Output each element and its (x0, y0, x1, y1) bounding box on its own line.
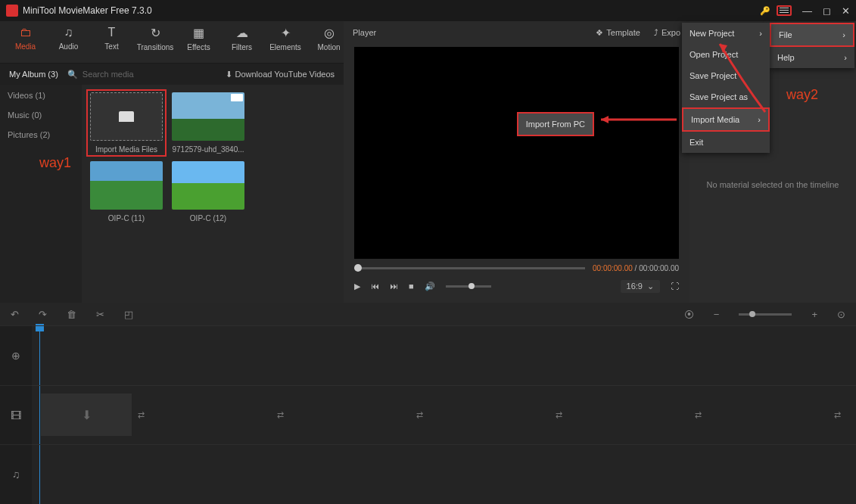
snap-button[interactable]: ⦿ (684, 309, 694, 320)
timeline-toolbar: ↶ ↷ 🗑 ✂ ◰ ⦿ − + ⊙ (0, 303, 856, 325)
timecode: 00:00:00.00 / 00:00:00.00 (593, 264, 679, 272)
redo-button[interactable]: ↷ (39, 309, 47, 320)
cut-button[interactable]: ✂ (96, 309, 104, 320)
video-track-icon: 🎞 (0, 385, 32, 445)
next-frame-button[interactable]: ⏭ (390, 282, 398, 291)
tab-text[interactable]: TText (97, 26, 126, 63)
menu-file[interactable]: File› (770, 23, 854, 47)
search-input[interactable]: 🔍Search media (67, 70, 216, 79)
sidebar-music[interactable]: Music (0) (8, 110, 74, 120)
add-track-button[interactable]: ⊕ (0, 325, 32, 385)
tab-transitions[interactable]: ↻Transitions (140, 26, 170, 63)
drop-media-slot[interactable]: ⬇ (41, 394, 132, 436)
menu-new-project[interactable]: New Project› (682, 23, 770, 44)
media-item-picture[interactable]: OIP-C (11) (89, 161, 163, 222)
effects-icon: ▦ (193, 26, 204, 40)
download-icon: ⬇ (226, 70, 232, 79)
volume-slider[interactable] (446, 285, 491, 288)
text-icon: T (108, 26, 116, 39)
zoom-slider[interactable] (739, 313, 792, 316)
annotation-highlight (86, 89, 167, 157)
media-item-video[interactable]: 9712579-uhd_3840... (171, 92, 245, 154)
tab-effects[interactable]: ▦Effects (184, 26, 213, 63)
maximize-button[interactable]: ◻ (823, 5, 831, 17)
audio-icon: ♫ (64, 26, 73, 39)
template-button[interactable]: ❖Template (596, 28, 640, 38)
menu-open-project[interactable]: Open Project (682, 44, 770, 65)
minimize-button[interactable]: — (802, 5, 812, 17)
delete-button[interactable]: 🗑 (67, 309, 76, 320)
tab-elements[interactable]: ✦Elements (270, 26, 300, 63)
chevron-right-icon: › (844, 53, 847, 62)
import-media-tile[interactable]: Import Media Files (89, 92, 163, 154)
album-label[interactable]: My Album (3) (9, 70, 58, 79)
zoom-in-button[interactable]: + (811, 309, 817, 320)
prev-frame-button[interactable]: ⏮ (371, 282, 379, 291)
export-icon: ⤴ (654, 28, 658, 37)
tool-tabs: 🗀Media ♫Audio TText ↻Transitions ▦Effect… (0, 21, 344, 64)
play-button[interactable]: ▶ (354, 282, 360, 291)
volume-icon[interactable]: 🔊 (425, 282, 435, 291)
player-viewport (354, 47, 679, 259)
hamburger-menu-button[interactable] (777, 5, 792, 16)
empty-state-label: No material selected on the timeline (697, 180, 848, 189)
menu-import-media[interactable]: Import Media› (682, 107, 770, 132)
timeline-body[interactable]: ⬇ ⇄ ⇄ ⇄ ⇄ ⇄ ⇄ (32, 325, 856, 504)
transition-slot-icon[interactable]: ⇄ (277, 410, 284, 420)
video-track[interactable]: ⬇ ⇄ ⇄ ⇄ ⇄ ⇄ ⇄ (32, 385, 856, 445)
media-item-picture[interactable]: OIP-C (12) (171, 161, 245, 222)
fullscreen-button[interactable]: ⛶ (671, 282, 679, 291)
sidebar-pictures[interactable]: Pictures (2) (8, 130, 74, 139)
key-icon[interactable]: 🔑 (760, 6, 770, 16)
menu-help[interactable]: Help› (770, 47, 854, 68)
folder-icon: 🗀 (20, 26, 32, 39)
zoom-out-button[interactable]: − (714, 309, 720, 320)
sidebar-videos[interactable]: Videos (1) (8, 91, 74, 100)
timeline: ↶ ↷ 🗑 ✂ ◰ ⦿ − + ⊙ ⊕ 🎞 ♫ ⬇ ⇄ ⇄ ⇄ ⇄ (0, 303, 856, 504)
close-button[interactable]: ✕ (842, 5, 850, 17)
title-bar: MiniTool MovieMaker Free 7.3.0 🔑 — ◻ ✕ (0, 0, 856, 21)
undo-button[interactable]: ↶ (11, 309, 19, 320)
audio-track[interactable] (32, 444, 856, 504)
chevron-down-icon: ⌄ (647, 282, 654, 291)
menu-import-from-pc[interactable]: Import From PC (517, 112, 594, 136)
tab-media[interactable]: 🗀Media (11, 26, 40, 63)
annotation-way1: way1 (39, 155, 71, 171)
stop-button[interactable]: ■ (409, 282, 414, 291)
app-title: MiniTool MovieMaker Free 7.3.0 (23, 5, 760, 16)
transition-slot-icon[interactable]: ⇄ (138, 410, 145, 420)
aspect-ratio-select[interactable]: 16:9⌄ (621, 280, 660, 293)
tab-audio[interactable]: ♫Audio (54, 26, 83, 63)
tab-filters[interactable]: ☁Filters (227, 26, 257, 63)
tab-motion[interactable]: ◎Motion (314, 26, 344, 63)
transition-slot-icon[interactable]: ⇄ (556, 410, 562, 420)
transition-slot-icon[interactable]: ⇄ (834, 410, 841, 420)
menu-save-project-as[interactable]: Save Project as (682, 86, 770, 107)
crop-button[interactable]: ◰ (124, 309, 133, 320)
scrub-bar[interactable] (354, 267, 585, 269)
media-category-sidebar: Videos (1) Music (0) Pictures (2) (0, 85, 82, 303)
export-button[interactable]: ⤴Expo (654, 28, 680, 37)
chevron-right-icon: › (759, 29, 762, 38)
audio-track-icon: ♫ (0, 444, 32, 504)
overlay-track[interactable] (32, 325, 856, 385)
search-icon: 🔍 (67, 70, 78, 79)
transitions-icon: ↻ (151, 26, 160, 40)
file-submenu: New Project› Open Project Save Project S… (682, 23, 770, 153)
menu-save-project[interactable]: Save Project (682, 65, 770, 86)
download-youtube-button[interactable]: ⬇Download YouTube Videos (226, 70, 335, 79)
menu-exit[interactable]: Exit (682, 132, 770, 153)
player-title: Player (353, 28, 582, 37)
annotation-way2: way2 (786, 87, 818, 103)
template-icon: ❖ (596, 28, 603, 38)
transition-slot-icon[interactable]: ⇄ (695, 410, 702, 420)
elements-icon: ✦ (281, 26, 291, 40)
media-grid: Import Media Files 9712579-uhd_3840... O… (82, 85, 344, 303)
main-menu-dropdown: File› Help› (770, 23, 854, 68)
chevron-right-icon: › (758, 115, 761, 124)
filters-icon: ☁ (236, 26, 248, 40)
transition-slot-icon[interactable]: ⇄ (416, 410, 423, 420)
player-panel: Player ❖Template ⤴Expo 00:00:00.00 / 00:… (344, 21, 689, 303)
fit-button[interactable]: ⊙ (837, 309, 845, 320)
app-logo-icon (6, 5, 18, 17)
